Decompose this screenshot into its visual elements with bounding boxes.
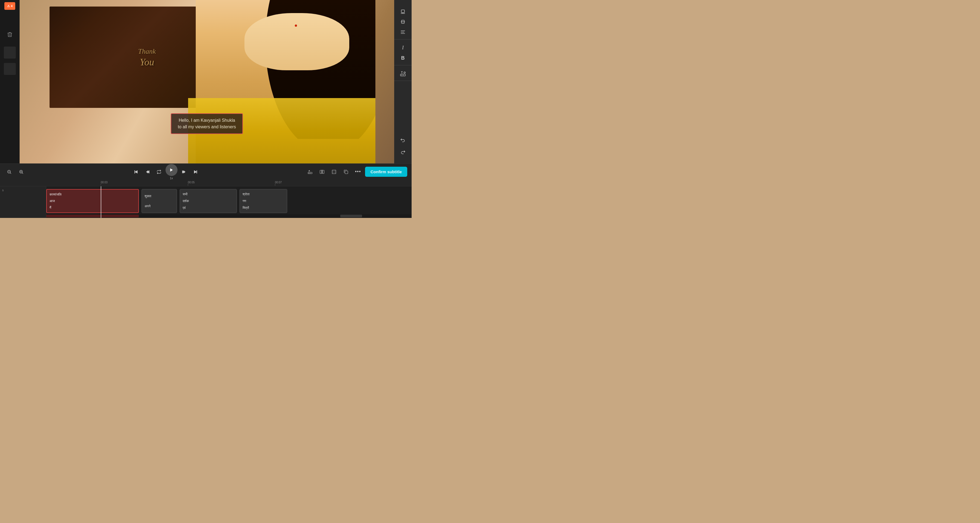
block-word-main: मैं bbox=[49, 206, 135, 209]
block-word-aaj: आज bbox=[49, 199, 135, 203]
alert-count: 4 bbox=[11, 4, 13, 8]
duplicate-button[interactable] bbox=[341, 167, 351, 177]
ruler-mark-003: 00:03 bbox=[101, 181, 108, 184]
svg-rect-29 bbox=[196, 170, 197, 174]
playhead bbox=[101, 186, 101, 218]
subtitle-toggle-button[interactable] bbox=[305, 167, 315, 177]
alert-badge[interactable]: ⚠ 4 bbox=[4, 2, 15, 10]
italic-icon: I bbox=[402, 45, 404, 51]
svg-rect-41 bbox=[345, 171, 348, 174]
step-back-button[interactable] bbox=[143, 167, 153, 177]
zoom-in-button[interactable] bbox=[16, 167, 26, 177]
svg-point-11 bbox=[404, 72, 406, 73]
controls-bar: 1x bbox=[0, 163, 412, 180]
block-word-kavyanjali: काव्यांजलि bbox=[49, 193, 135, 196]
thankyou-text-line2: You bbox=[140, 57, 154, 67]
sidebar-panel-item bbox=[4, 46, 16, 59]
subtitle-overlay: Hello, I am Kavyanjali Shukla to all my … bbox=[171, 113, 243, 134]
block-word-shukla: शुक्ला bbox=[145, 194, 174, 198]
svg-rect-1 bbox=[401, 10, 404, 13]
subtitle-block-selected[interactable]: काव्यांजलि आज मैं bbox=[46, 189, 139, 213]
skip-forward-button[interactable] bbox=[179, 167, 189, 177]
align-bottom-button[interactable] bbox=[398, 6, 408, 16]
svg-rect-38 bbox=[332, 170, 336, 174]
thankyou-text-line1: Thank bbox=[138, 48, 156, 55]
split-button[interactable] bbox=[317, 167, 327, 177]
align-center-button[interactable] bbox=[398, 17, 408, 27]
bold-button[interactable]: B bbox=[398, 53, 408, 63]
svg-rect-34 bbox=[320, 170, 322, 174]
undo-button[interactable] bbox=[398, 135, 408, 145]
play-group: 1x bbox=[165, 164, 178, 180]
video-frame: Thank You bbox=[20, 0, 394, 163]
svg-rect-35 bbox=[323, 170, 324, 174]
subtitle-block-3[interactable]: सभी दर्शक एवं bbox=[180, 189, 237, 213]
step-forward-button[interactable] bbox=[191, 167, 200, 177]
svg-rect-22 bbox=[134, 170, 135, 174]
bottom-area: 1x bbox=[0, 163, 412, 218]
more-icon: ••• bbox=[355, 169, 361, 175]
zoom-out-button[interactable] bbox=[4, 167, 14, 177]
block-word-apne: अपने bbox=[145, 204, 174, 208]
right-toolbar: I B bbox=[394, 0, 412, 163]
track-label-left: s bbox=[0, 186, 46, 194]
subtitle-text: Hello, I am Kavyanjali Shukla to all my … bbox=[178, 117, 236, 130]
more-options-button[interactable]: ••• bbox=[353, 167, 363, 177]
left-sidebar: ⚠ 4 bbox=[0, 0, 20, 163]
redo-button[interactable] bbox=[398, 147, 408, 157]
confirm-subtitle-button[interactable]: Confirm subtitle bbox=[365, 167, 407, 177]
loop-button[interactable] bbox=[154, 167, 164, 177]
crop-button[interactable] bbox=[329, 167, 339, 177]
block-word-sabhi: सभी bbox=[183, 192, 234, 196]
subtitle-block-2[interactable]: शुक्ला अपने bbox=[142, 189, 177, 213]
bold-icon: B bbox=[401, 55, 405, 61]
subtitle-style-button[interactable] bbox=[398, 69, 408, 78]
audio-track-block-1 bbox=[46, 215, 139, 217]
block-word-evam: एवं bbox=[183, 206, 234, 210]
speed-indicator: 1x bbox=[170, 177, 173, 180]
timeline-area: 00:03 00:05 00:07 bbox=[0, 180, 412, 218]
block-word-mitron: मित्रों bbox=[243, 206, 284, 210]
svg-marker-25 bbox=[170, 168, 173, 172]
skip-to-start-button[interactable] bbox=[131, 167, 141, 177]
svg-marker-21 bbox=[134, 170, 137, 174]
right-controls: ••• Confirm subtitle bbox=[305, 167, 407, 177]
align-text-button[interactable] bbox=[398, 27, 408, 37]
ruler-mark-007: 00:07 bbox=[275, 181, 282, 184]
audio-track-block-2 bbox=[340, 215, 362, 217]
play-button[interactable] bbox=[165, 164, 178, 176]
block-word-shrota: श्रोता bbox=[243, 192, 284, 196]
ruler-mark-005: 00:05 bbox=[188, 181, 195, 184]
svg-marker-28 bbox=[194, 170, 197, 174]
block-word-gan: गण bbox=[243, 199, 284, 203]
video-container: Thank You bbox=[20, 0, 394, 163]
sidebar-panel-item2 bbox=[4, 63, 16, 75]
block-word-darshak: दर्शक bbox=[183, 199, 234, 203]
italic-button[interactable]: I bbox=[398, 43, 408, 53]
alert-icon: ⚠ bbox=[7, 4, 10, 8]
svg-line-20 bbox=[22, 173, 23, 174]
svg-line-16 bbox=[10, 173, 11, 174]
delete-button[interactable] bbox=[5, 29, 15, 41]
subtitle-block-4[interactable]: श्रोता गण मित्रों bbox=[240, 189, 287, 213]
